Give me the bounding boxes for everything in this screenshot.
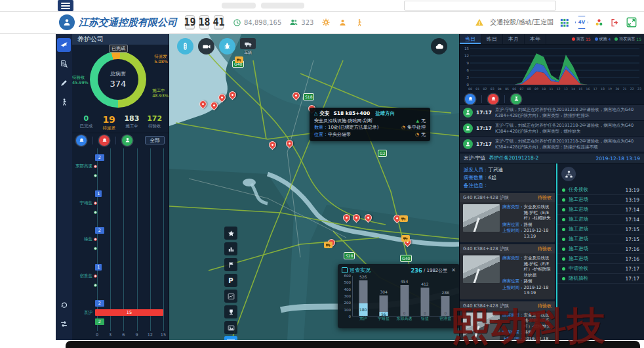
bar-待验收 (95, 173, 163, 179)
flow-chart-button[interactable] (561, 167, 576, 181)
apps-grid-icon[interactable] (559, 18, 569, 28)
info-label: 备注信息： (464, 182, 489, 190)
stat-已完成: 0已完成 (75, 114, 98, 133)
map-tool-line-chart[interactable] (224, 290, 237, 303)
info-row: 病害数量：6起 (464, 174, 551, 182)
company-row-宁靖盐[interactable]: 宁靖盐1 (72, 190, 163, 215)
svg-text:03: 03 (491, 87, 494, 91)
vehicle-toggle[interactable]: 车辆 (240, 38, 256, 56)
tab-当日[interactable]: 当日 (460, 34, 481, 44)
user-button[interactable] (338, 18, 347, 27)
defect-card[interactable]: G40 K384+428 沪陕待验收病害类型：安全及沿线设施-护栏（E/E杆）-… (460, 193, 555, 242)
event-time: 17:17 (476, 125, 492, 131)
status-dot (562, 218, 565, 221)
event-row[interactable]: 17:17京沪-宁镇，刘斌正在对养护任务20191218-2申请验收，病害地点为… (460, 105, 644, 121)
worker-filter-button[interactable] (122, 135, 132, 146)
user-path[interactable]: 交通控股/感动/王定国 (490, 18, 553, 27)
chart-leg: 病害 15设施 4待发病害 15 (572, 34, 641, 44)
urgent-filter-button[interactable] (488, 94, 498, 104)
vehicle-marker[interactable] (324, 242, 332, 248)
tab-本月[interactable]: 本月 (503, 34, 525, 44)
sidebar-item-dispatch[interactable] (57, 38, 71, 52)
tab-本年[interactable]: 本年 (525, 34, 546, 44)
event-panel: 当日昨日本月本年病害 15设施 4待发病害 15 036912150001020… (459, 34, 644, 340)
vehicle-marker[interactable] (401, 235, 410, 242)
defect-photo[interactable] (463, 313, 500, 340)
timeline-label: 施工进场 (569, 196, 622, 203)
page-remnant-pill (261, 3, 304, 9)
map-tool-trophy[interactable] (224, 305, 237, 318)
worker-filter-button[interactable] (511, 94, 521, 104)
close-icon[interactable]: ✕ (451, 267, 456, 273)
bar-zero: 0 (445, 311, 447, 315)
donut-center: 总病害 374 (90, 51, 146, 108)
timeline-time: 17:16 (625, 256, 639, 262)
all-button[interactable]: 全部 (145, 136, 165, 144)
status-dot (562, 208, 565, 211)
defect-card[interactable]: G40 K384+428 沪陕待验收病害类型：安全及沿线设施-护栏（E/E杆）-… (460, 301, 555, 341)
map-tool-parking[interactable]: P (224, 274, 237, 287)
timeline-label: 申请验收 (569, 265, 622, 272)
field-value: 安全及沿线设施-护栏（E/E杆）-柱帽缺失 (524, 204, 552, 221)
patrol-button[interactable] (355, 18, 363, 27)
patrol-bar-宁靖盐: 56304宁靖盐 (373, 276, 393, 316)
urgent-filter-button[interactable] (99, 135, 110, 146)
event-list: 17:17京沪-宁镇，刘斌正在对养护任务20191218-2申请验收，病害地点为… (460, 105, 644, 154)
task-timeline: 任务接收13:19施工进场13:19施工进场17:14施工进场17:14施工进场… (556, 163, 644, 340)
tooltip-stake: S18 k85+400 (333, 110, 370, 118)
sidebar-item-inspection[interactable] (57, 57, 71, 71)
4v-badge[interactable]: 4V (575, 16, 588, 29)
defect-toggle[interactable] (219, 38, 235, 54)
menu-icon[interactable] (58, 0, 73, 11)
event-text: 京沪-宁镇，刘斌正在对养护任务20191218-2申请验收，病害地点为G40 K… (495, 139, 641, 150)
camera-toggle[interactable] (198, 38, 214, 54)
sidebar-item-report[interactable] (57, 76, 71, 90)
vehicle-marker[interactable] (235, 56, 243, 63)
company-row-东部高速[interactable]: 东部高速2 (72, 154, 163, 179)
field-label: 上报时间： (502, 336, 524, 341)
task-name: 养护任务20191218-2 (489, 155, 539, 162)
field-label: 病害类型： (502, 255, 524, 278)
task-header[interactable]: 京沪-宁镇 养护任务20191218-2 2019-12-18 13:19 (460, 154, 644, 163)
defect-photo[interactable] (463, 255, 500, 283)
info-value: 丁武迪 (489, 166, 504, 174)
sidebar-item-personnel[interactable] (57, 95, 71, 109)
legend-病害: 病害 15 (572, 36, 591, 42)
undo-button[interactable] (57, 298, 71, 312)
map-tool-bar-chart[interactable] (224, 242, 237, 255)
alarm-filter-button[interactable] (76, 135, 87, 146)
map-tool-flag[interactable] (224, 258, 237, 271)
vehicle-marker[interactable] (399, 215, 408, 222)
company-row-宿淮盐[interactable]: 宿淮盐1 (72, 264, 163, 289)
event-row[interactable]: 17:17京沪-宁镇，刘斌正在对养护任务20191218-2申请验收，病害地点为… (460, 121, 644, 137)
svg-text:15: 15 (464, 47, 469, 51)
traffic-light-toggle[interactable] (177, 38, 193, 54)
defect-card[interactable]: G40 K384+428 沪陕待验收病害类型：安全及沿线设施-护栏（E/E杆）-… (460, 244, 555, 299)
weather-button[interactable] (431, 38, 447, 54)
alarm-filter-button[interactable] (465, 94, 475, 104)
stat-待派发: 19待派发 (98, 114, 121, 133)
tab-昨日[interactable]: 昨日 (481, 34, 503, 44)
svg-text:00: 00 (468, 87, 472, 91)
zero-dot (94, 238, 97, 241)
defect-photo[interactable] (463, 204, 500, 232)
map-menu-button[interactable] (224, 336, 237, 340)
timeline-time: 17:17 (625, 276, 639, 282)
status-badge: 待验收 (538, 246, 552, 252)
map-tool-star[interactable] (224, 227, 237, 240)
browser-strip (0, 0, 644, 12)
settings-button[interactable] (321, 18, 331, 27)
map[interactable]: 车辆 △ 交安 S18 k85+400 盐靖方向 安全及沿线设施-防眩网-刮断 … (169, 34, 459, 340)
sidebar (56, 34, 72, 340)
theme-dots-icon[interactable] (594, 18, 604, 28)
map-tool-image[interactable] (224, 321, 237, 334)
svg-text:9: 9 (467, 61, 470, 65)
swap-button[interactable] (57, 317, 71, 331)
bar-待验收 (95, 246, 163, 252)
logout-icon[interactable] (610, 18, 620, 28)
bar-zero: 0 (424, 311, 426, 315)
company-row-徐盐[interactable]: 徐盐2 (72, 227, 163, 252)
event-row[interactable]: 17:17京沪-宁镇，刘斌正在对养护任务20191218-2申请验收，病害地点为… (460, 137, 644, 152)
company-row-京沪[interactable]: 京沪2152 (72, 300, 163, 325)
fullscreen-icon[interactable] (626, 16, 637, 28)
